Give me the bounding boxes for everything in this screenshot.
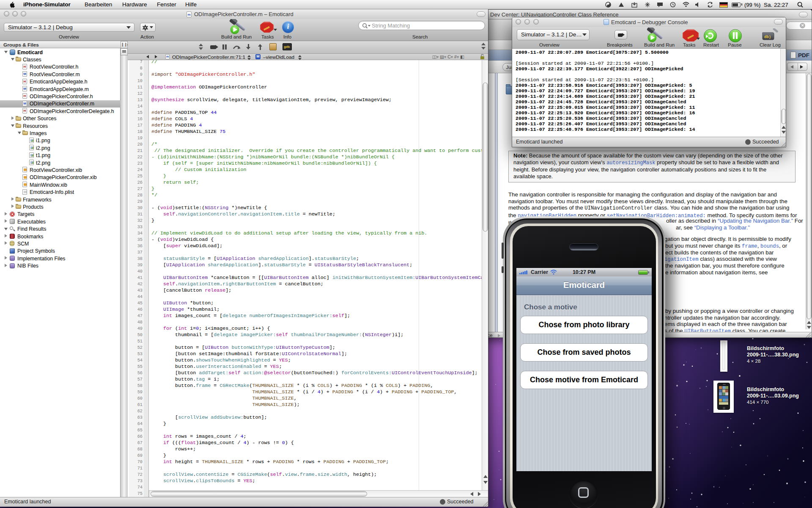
svg-text:db): db) (764, 35, 771, 39)
